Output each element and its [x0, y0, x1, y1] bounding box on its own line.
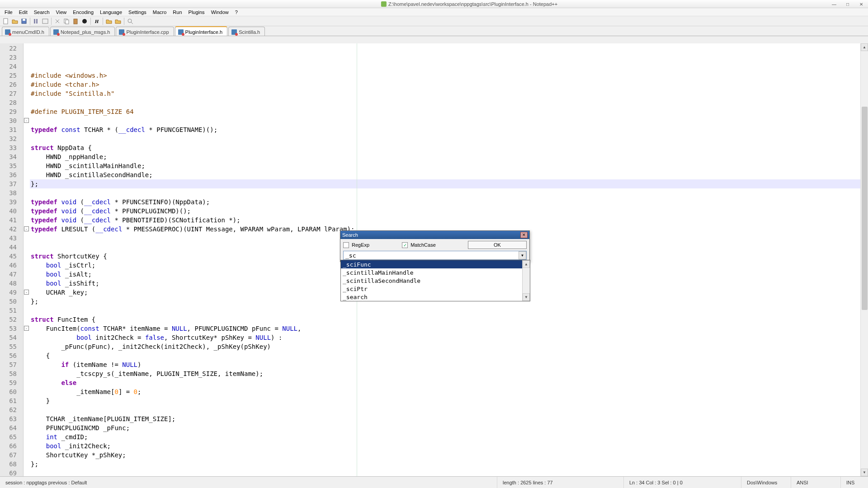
- code-line[interactable]: FuncItem(const TCHAR* itemName = NULL, P…: [30, 324, 868, 333]
- menu-[interactable]: ?: [232, 9, 241, 15]
- line-number: 41: [0, 216, 23, 225]
- code-line[interactable]: [30, 116, 868, 125]
- code-line[interactable]: struct NppData {: [30, 143, 868, 152]
- code-line[interactable]: HWND _scintillaSecondHandle;: [30, 170, 868, 179]
- code-line[interactable]: #include "Scintilla.h": [30, 89, 868, 98]
- code-line[interactable]: };: [30, 179, 868, 188]
- search-close-button[interactable]: ✕: [520, 232, 528, 238]
- menu-edit[interactable]: Edit: [16, 9, 30, 15]
- code-line[interactable]: int _cmdID;: [30, 432, 868, 441]
- indent-guide-icon[interactable]: [32, 17, 40, 25]
- tab-scintilla-h[interactable]: Scintilla.h: [228, 27, 265, 36]
- line-number: 52: [0, 315, 23, 324]
- code-line[interactable]: }: [30, 396, 868, 405]
- open-file-icon[interactable]: [11, 17, 19, 25]
- code-line[interactable]: TCHAR _itemName[PLUGIN_ITEM_SIZE];: [30, 414, 868, 423]
- code-line[interactable]: #include <tchar.h>: [30, 80, 868, 89]
- autocomplete-option[interactable]: _scintillaMainHandle: [341, 268, 530, 277]
- copy-icon[interactable]: [62, 17, 71, 25]
- code-line[interactable]: _tcscpy_s(_itemName, PLUGIN_ITEM_SIZE, i…: [30, 369, 868, 378]
- tab-plugininterface-h[interactable]: PluginInterface.h: [175, 26, 228, 36]
- line-number: 35: [0, 161, 23, 170]
- menu-search[interactable]: Search: [31, 9, 52, 15]
- search-input[interactable]: [343, 251, 527, 260]
- fold-toggle-icon[interactable]: -: [24, 118, 29, 123]
- tab-menucmdid-h[interactable]: menuCmdID.h: [2, 27, 49, 36]
- new-file-icon[interactable]: [2, 17, 10, 25]
- heading-icon[interactable]: H: [93, 17, 101, 25]
- macro-record-icon[interactable]: [80, 17, 89, 25]
- code-line[interactable]: [30, 188, 868, 197]
- dropdown-scroll-up-icon[interactable]: ▲: [523, 260, 530, 268]
- code-line[interactable]: _itemName[0] = 0;: [30, 387, 868, 396]
- code-line[interactable]: ShortcutKey *_pShKey;: [30, 450, 868, 460]
- code-line[interactable]: bool _init2Check;: [30, 441, 868, 450]
- code-line[interactable]: [30, 134, 868, 143]
- svg-rect-3: [34, 19, 35, 23]
- code-line[interactable]: {: [30, 351, 868, 360]
- autocomplete-option[interactable]: _sciPtr: [341, 285, 530, 293]
- line-number: 60: [0, 387, 23, 396]
- fold-toggle-icon[interactable]: -: [24, 326, 29, 331]
- close-button[interactable]: ✕: [854, 0, 868, 8]
- vertical-scrollbar[interactable]: ▲ ▼: [860, 43, 868, 476]
- menu-plugins[interactable]: Plugins: [186, 9, 208, 15]
- menu-macro[interactable]: Macro: [150, 9, 170, 15]
- line-number: 27: [0, 89, 23, 98]
- dropdown-scroll-down-icon[interactable]: ▼: [523, 293, 530, 301]
- code-line[interactable]: bool init2Check = false, ShortcutKey* pS…: [30, 333, 868, 342]
- matchcase-checkbox[interactable]: [402, 242, 408, 248]
- autocomplete-option[interactable]: _sciFunc: [341, 260, 530, 268]
- scroll-thumb[interactable]: [862, 107, 868, 310]
- code-line[interactable]: [30, 405, 868, 414]
- save-file-icon[interactable]: [20, 17, 28, 25]
- scroll-down-icon[interactable]: ▼: [861, 469, 868, 476]
- maximize-button[interactable]: □: [841, 0, 854, 8]
- word-wrap-icon[interactable]: [41, 17, 49, 25]
- code-line[interactable]: typedef void (__cdecl * PFUNCPLUGINCMD)(…: [30, 206, 868, 216]
- cut-icon[interactable]: [53, 17, 61, 25]
- paste-icon[interactable]: [71, 17, 80, 25]
- menu-file[interactable]: File: [2, 9, 15, 15]
- folder-2-icon[interactable]: [114, 17, 122, 25]
- code-line[interactable]: #include <windows.h>: [30, 71, 868, 80]
- code-line[interactable]: #define PLUGIN_ITEM_SIZE 64: [30, 107, 868, 116]
- code-line[interactable]: [30, 98, 868, 107]
- menu-window[interactable]: Window: [208, 9, 231, 15]
- menu-language[interactable]: Language: [97, 9, 125, 15]
- code-line[interactable]: typedef void (__cdecl * PFUNCSETINFO)(Np…: [30, 197, 868, 206]
- status-encoding: ANSI: [791, 477, 841, 488]
- search-dropdown-arrow-icon[interactable]: ▼: [519, 251, 526, 259]
- menu-view[interactable]: View: [53, 9, 70, 15]
- regexp-checkbox[interactable]: [343, 242, 349, 248]
- code-line[interactable]: struct FuncItem {: [30, 315, 868, 324]
- code-line[interactable]: [30, 306, 868, 315]
- search-ok-button[interactable]: OK: [468, 241, 527, 249]
- tab-notepad-plus-msgs-h[interactable]: Notepad_plus_msgs.h: [50, 27, 115, 36]
- dropdown-scrollbar[interactable]: ▲ ▼: [522, 260, 530, 301]
- tab-plugininterface-cpp[interactable]: PluginInterface.cpp: [116, 27, 174, 36]
- code-line[interactable]: else: [30, 378, 868, 387]
- fold-column[interactable]: ----: [24, 43, 30, 476]
- autocomplete-option[interactable]: _search: [341, 293, 530, 301]
- code-line[interactable]: HWND _scintillaMainHandle;: [30, 161, 868, 170]
- code-line[interactable]: if (itemName != NULL): [30, 360, 868, 369]
- code-line[interactable]: _pFunc(pFunc), _init2Check(init2Check), …: [30, 342, 868, 351]
- line-number: 58: [0, 369, 23, 378]
- scroll-up-icon[interactable]: ▲: [861, 43, 868, 51]
- minimize-button[interactable]: —: [827, 0, 841, 8]
- menu-encoding[interactable]: Encoding: [70, 9, 96, 15]
- autocomplete-option[interactable]: _scintillaSecondHandle: [341, 277, 530, 285]
- zoom-icon[interactable]: [126, 17, 134, 25]
- code-line[interactable]: };: [30, 460, 868, 469]
- menu-run[interactable]: Run: [170, 9, 184, 15]
- search-dialog-titlebar[interactable]: Search ✕: [340, 231, 529, 239]
- code-line[interactable]: typedef const TCHAR * (__cdecl * PFUNCGE…: [30, 125, 868, 134]
- folder-1-icon[interactable]: [105, 17, 113, 25]
- code-line[interactable]: HWND _nppHandle;: [30, 152, 868, 161]
- menu-settings[interactable]: Settings: [126, 9, 149, 15]
- fold-toggle-icon[interactable]: -: [24, 290, 29, 295]
- code-line[interactable]: typedef void (__cdecl * PBENOTIFIED)(SCN…: [30, 216, 868, 225]
- fold-toggle-icon[interactable]: -: [24, 226, 29, 231]
- code-line[interactable]: PFUNCPLUGINCMD _pFunc;: [30, 423, 868, 432]
